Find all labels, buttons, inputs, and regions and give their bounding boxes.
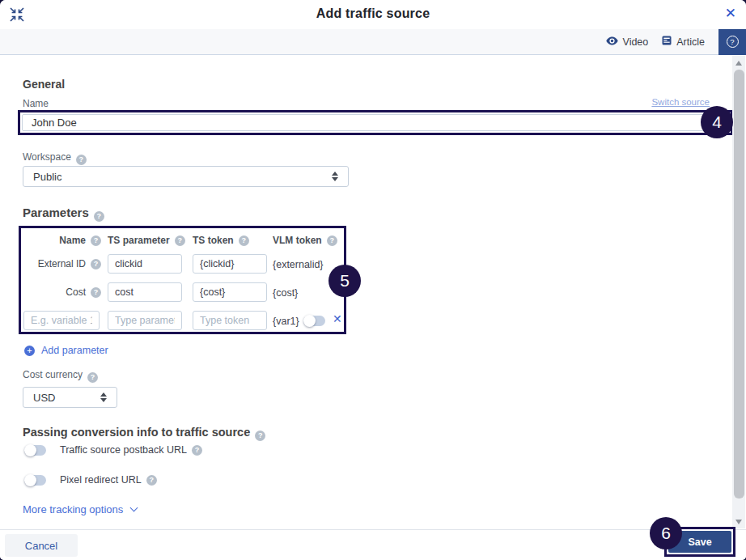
postback-url-toggle-row: Traffic source postback URL? (24, 444, 202, 456)
postback-url-label: Traffic source postback URL? (60, 444, 202, 456)
plus-circle-icon: + (24, 346, 35, 356)
eye-icon (606, 36, 618, 48)
general-section-heading: General (23, 78, 65, 91)
cost-currency-label: Cost currency? (23, 369, 98, 383)
column-header-vlm-token: VLM token? (273, 235, 337, 246)
more-tracking-options-link[interactable]: More tracking options (23, 503, 137, 515)
name-input[interactable] (22, 114, 729, 131)
cost-vlm-token: {cost} (273, 287, 298, 299)
article-icon (662, 36, 672, 48)
help-icon[interactable]: ? (91, 259, 101, 269)
help-icon[interactable]: ? (239, 235, 249, 246)
vertical-scrollbar[interactable] (732, 56, 745, 528)
workspace-select[interactable]: Public (23, 166, 349, 187)
column-header-ts-token: TS token? (193, 235, 249, 246)
help-icon[interactable]: ? (327, 235, 337, 246)
add-traffic-source-modal: Add traffic source ✕ Video (0, 0, 746, 560)
article-link[interactable]: Article (662, 36, 705, 48)
help-icon[interactable]: ? (76, 155, 87, 165)
postback-url-toggle[interactable] (24, 445, 46, 456)
conversion-section-heading: Passing conversion info to traffic sourc… (23, 426, 265, 441)
select-arrows-icon (332, 172, 338, 182)
currency-selected-value: USD (33, 392, 55, 404)
help-icon[interactable]: ? (91, 235, 101, 246)
scrollbar-up-icon[interactable] (735, 61, 742, 66)
help-button[interactable]: ? (718, 29, 746, 55)
add-parameter-label: Add parameter (41, 345, 108, 356)
scrollbar-down-icon[interactable] (735, 520, 742, 524)
help-toolbar: Video Article ? (0, 29, 746, 55)
cost-currency-select[interactable]: USD (23, 387, 117, 408)
modal-footer: Cancel (0, 529, 746, 560)
external-id-vlm-token: {externalid} (273, 259, 324, 270)
help-icon[interactable]: ? (146, 475, 157, 486)
parameters-table-annotation-box: Name? TS parameter? TS token? VLM token?… (19, 226, 346, 334)
parameters-section-heading: Parameters? (23, 206, 104, 222)
step-badge-4: 4 (701, 106, 733, 138)
step-badge-6: 6 (650, 517, 682, 549)
scrollbar-thumb[interactable] (734, 70, 744, 498)
workspace-selected-value: Public (33, 171, 61, 183)
help-icon[interactable]: ? (175, 235, 185, 246)
cost-ts-parameter-input[interactable] (108, 282, 182, 302)
add-parameter-link[interactable]: + Add parameter (24, 345, 108, 356)
workspace-field-label: Workspace? (23, 151, 87, 165)
modal-header: Add traffic source ✕ (0, 0, 746, 29)
new-variable-token-input[interactable] (193, 311, 267, 330)
column-header-name: Name? (21, 235, 101, 246)
chevron-down-icon (130, 504, 138, 512)
help-icon[interactable]: ? (255, 431, 265, 441)
help-icon[interactable]: ? (91, 287, 101, 298)
remove-row-icon[interactable]: ✕ (333, 312, 342, 325)
article-link-label: Article (676, 36, 705, 48)
step-badge-5: 5 (328, 265, 361, 297)
external-id-ts-token-input[interactable] (193, 254, 267, 274)
cost-ts-token-input[interactable] (193, 282, 267, 302)
switch-source-link[interactable]: Switch source (651, 97, 710, 107)
help-icon[interactable]: ? (87, 372, 98, 383)
new-variable-toggle[interactable] (303, 316, 325, 326)
page-title: Add traffic source (0, 6, 746, 21)
external-id-ts-parameter-input[interactable] (108, 254, 182, 274)
pixel-redirect-label: Pixel redirect URL? (60, 474, 157, 486)
close-icon[interactable]: ✕ (722, 5, 740, 22)
row-label-external-id: External ID? (21, 258, 101, 269)
help-icon[interactable]: ? (94, 211, 104, 222)
pixel-redirect-toggle-row: Pixel redirect URL? (24, 474, 157, 486)
name-field-label: Name (23, 98, 49, 109)
column-header-ts-parameter: TS parameter? (108, 235, 185, 246)
row-label-cost: Cost? (21, 286, 101, 298)
new-variable-parameter-input[interactable] (108, 311, 182, 330)
pixel-redirect-toggle[interactable] (24, 475, 46, 486)
select-arrows-icon (100, 392, 107, 403)
help-icon[interactable]: ? (192, 445, 202, 456)
new-variable-name-input[interactable] (23, 311, 100, 330)
cancel-button[interactable]: Cancel (5, 534, 78, 557)
video-link[interactable]: Video (606, 36, 649, 48)
question-icon: ? (727, 36, 739, 48)
new-variable-vlm-token: {var1} (273, 316, 299, 327)
video-link-label: Video (623, 36, 649, 48)
name-field-annotation-box (18, 110, 733, 135)
